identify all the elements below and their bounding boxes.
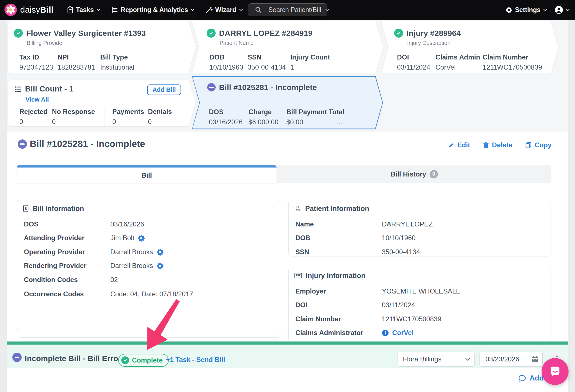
nav-wizard[interactable]: Wizard — [200, 6, 248, 14]
delete-button[interactable]: Delete — [483, 141, 512, 149]
search-placeholder: Search Patient/Bill — [268, 6, 321, 14]
chevron-down-icon — [239, 8, 243, 11]
daisybill-app: daisyBill Tasks Reporting & Analytics — [0, 0, 575, 392]
document-dollar-icon: $ — [23, 205, 29, 212]
chat-bubble-icon — [518, 374, 526, 382]
field-dob: DOB10/10/1960 — [295, 234, 544, 242]
footer-status-text: Incomplete Bill - Bill Error — [25, 354, 121, 363]
injury-subtitle: Injury Description — [407, 40, 451, 46]
search-icon — [255, 6, 262, 13]
pencil-icon — [448, 142, 455, 148]
field-doi: DOI03/11/2024 — [295, 301, 544, 309]
id-card-icon — [294, 272, 302, 279]
claims-admin-link[interactable]: CorVel — [392, 329, 414, 337]
gear-icon — [505, 6, 512, 13]
bill-chip-selected[interactable]: Bill #1025281 - Incomplete DOS03/16/2026… — [192, 76, 383, 129]
send-bill-task-link[interactable]: +1 Task - Send Bill — [166, 356, 225, 364]
chat-widget-button[interactable] — [542, 358, 569, 385]
search-input[interactable]: Search Patient/Bill — [248, 3, 327, 16]
incomplete-status-icon — [207, 83, 216, 91]
field-ssn: SSN350-00-4134 — [295, 248, 544, 256]
brand-name: daisyBill — [20, 5, 54, 15]
brand-logo[interactable]: daisyBill — [4, 4, 54, 16]
chevron-down-icon — [190, 8, 195, 11]
field-operating-provider: Operating Provider Darrell Brooks — [24, 248, 274, 256]
breadcrumb-injury-card[interactable]: Injury #289964 Injury Description DOI03/… — [381, 21, 558, 74]
bill-information-panel: $ Bill Information DOS03/16/2026 Attendi… — [17, 200, 281, 331]
field-claim-number: Claim Number1211WC170500839 — [295, 315, 544, 323]
field-occurrence-codes: Occurrence CodesCode: 04, Date: 07/18/20… — [24, 290, 274, 298]
add-bill-button[interactable]: Add Bill — [147, 84, 181, 95]
patient-subtitle: Patient Name — [220, 40, 254, 46]
report-chart-icon — [111, 6, 118, 13]
bill-chip-title: Bill #1025281 - Incomplete — [219, 83, 317, 92]
breadcrumb-provider-card[interactable]: Flower Valley Surgicenter #1393 Billing … — [8, 21, 196, 74]
field-name: NameDARRYL LOPEZ — [295, 220, 544, 228]
provider-gear-icon[interactable] — [156, 248, 164, 256]
incomplete-status-icon — [12, 353, 22, 362]
nav-settings[interactable]: Settings — [505, 6, 547, 14]
injury-title: Injury #289964 — [407, 29, 461, 38]
history-count-badge: 0 — [430, 170, 438, 178]
list-icon — [14, 86, 22, 93]
top-nav: daisyBill Tasks Reporting & Analytics — [0, 0, 575, 20]
scrollbar-track[interactable] — [568, 20, 575, 392]
patient-icon — [294, 205, 302, 212]
chevron-down-icon — [465, 358, 470, 361]
magic-wand-icon — [205, 6, 213, 13]
complete-button[interactable]: Complete — [118, 354, 169, 367]
nav-reporting[interactable]: Reporting & Analytics — [106, 6, 200, 14]
field-rendering-provider: Rendering Provider Darrell Brooks — [24, 262, 274, 270]
breadcrumb-patient-card[interactable]: DARRYL LOPEZ #284919 Patient Name DOB10/… — [192, 21, 383, 74]
bill-tabs: Bill Bill History 0 — [17, 165, 551, 183]
provider-subtitle: Billing Provider — [27, 40, 64, 46]
active-tab-indicator — [17, 165, 277, 168]
provider-stats: Tax ID972347123 NPI1828283781 Bill TypeI… — [19, 53, 134, 71]
provider-gear-icon[interactable] — [156, 262, 164, 270]
patient-stats: DOB10/10/1960 SSN350-00-4134 Injury Coun… — [209, 53, 330, 71]
page-actions: Edit Delete Copy — [448, 141, 551, 149]
bill-count-card: Bill Count - 1 View All Add Bill Rejecte… — [8, 80, 196, 126]
assignee-select[interactable]: Flora Billings — [398, 352, 475, 367]
chevron-down-icon[interactable] — [325, 8, 329, 11]
trash-icon — [483, 142, 489, 148]
calendar-icon[interactable] — [531, 356, 539, 363]
due-date-input[interactable]: 03/23/2026 — [480, 352, 543, 367]
field-attending-provider: Attending Provider Jim Bolt — [24, 234, 274, 242]
edit-button[interactable]: Edit — [448, 141, 470, 149]
injury-stats: DOI03/11/2024 Claims AdminCorVel Claim N… — [397, 53, 542, 71]
field-employer: EmployerYOSEMITE WHOLESALE — [295, 287, 544, 295]
nav-account[interactable] — [555, 6, 570, 14]
injury-information-panel: Injury Information EmployerYOSEMITE WHOL… — [288, 267, 551, 342]
page-title: Bill #1025281 - Incomplete — [30, 139, 145, 149]
copy-button[interactable]: Copy — [525, 141, 551, 149]
provider-gear-icon[interactable] — [138, 234, 145, 242]
injury-information-header: Injury Information — [289, 267, 551, 284]
chevron-down-icon — [96, 8, 101, 11]
tab-bill[interactable]: Bill — [17, 165, 277, 183]
bill-chip-ellipsis[interactable]: ... — [337, 117, 343, 125]
patient-title: DARRYL LOPEZ #284919 — [219, 29, 312, 38]
copy-icon — [525, 142, 532, 148]
info-circle-icon — [382, 329, 389, 336]
tab-bill-history[interactable]: Bill History 0 — [277, 165, 552, 183]
clipboard-icon — [67, 6, 74, 13]
patient-information-header: Patient Information — [289, 200, 551, 217]
chevron-down-icon — [543, 8, 547, 11]
nav-tasks[interactable]: Tasks — [61, 6, 106, 14]
check-circle-icon — [121, 356, 129, 364]
bill-information-header: $ Bill Information — [17, 200, 281, 217]
bill-chip-stats: DOS03/16/2026 Charge$6,000.00 Bill Payme… — [209, 108, 344, 126]
check-circle-icon — [14, 29, 23, 38]
bill-count-stats: Rejected0 No Response0 Payments0 Denials… — [19, 108, 172, 126]
field-dos: DOS03/16/2026 — [24, 220, 274, 228]
field-condition-codes: Condition Codes02 — [24, 276, 274, 284]
bill-count-title: Bill Count - 1 — [25, 84, 74, 93]
provider-title: Flower Valley Surgicenter #1393 — [26, 29, 146, 38]
view-all-link[interactable]: View All — [26, 96, 49, 103]
task-footer-bar: Incomplete Bill - Bill Error Complete +1… — [7, 341, 568, 368]
footer-green-bar — [7, 341, 568, 345]
chevron-down-icon — [566, 8, 570, 11]
left-gutter — [0, 20, 7, 392]
messenger-icon — [549, 365, 562, 378]
